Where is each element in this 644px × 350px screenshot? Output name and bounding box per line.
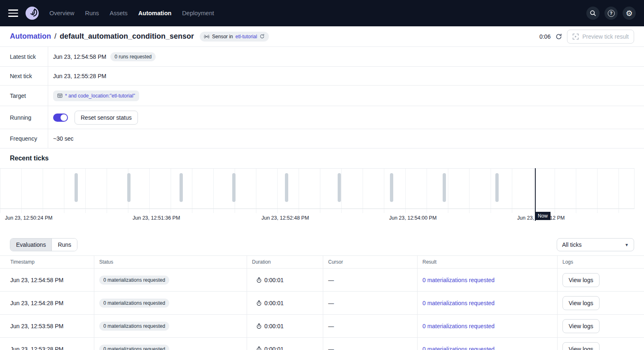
cursor-value: — — [323, 269, 418, 291]
result-link[interactable]: 0 materializations requested — [422, 300, 495, 306]
next-tick-row: Next tick Jun 23, 12:55:28 PM — [0, 66, 644, 85]
latest-tick-row: Latest tick Jun 23, 12:54:58 PM 0 runs r… — [0, 46, 644, 66]
cell-timestamp: Jun 23, 12:54:58 PM — [0, 269, 94, 291]
code-location-link[interactable]: etl-tutorial — [236, 34, 257, 39]
refresh-button[interactable] — [555, 33, 562, 40]
stopwatch-icon — [256, 300, 262, 306]
reset-sensor-status-button[interactable]: Reset sensor status — [75, 111, 138, 125]
cursor-value: — — [323, 292, 418, 314]
tick-filter-select[interactable]: All ticks ▼ — [557, 238, 634, 251]
status-badge: 0 materializations requested — [99, 299, 169, 308]
stopwatch-icon — [256, 323, 262, 329]
latest-tick-runs-badge: 0 runs requested — [110, 52, 156, 61]
search-button[interactable] — [586, 7, 600, 20]
tick-bar[interactable] — [232, 173, 236, 202]
cursor-value: — — [323, 315, 418, 337]
view-logs-button[interactable]: View logs — [562, 319, 600, 333]
tick-bar[interactable] — [75, 173, 78, 202]
col-cursor: Cursor — [323, 256, 418, 268]
status-badge: 0 materializations requested — [99, 322, 169, 331]
view-logs-button[interactable]: View logs — [562, 296, 600, 310]
refresh-countdown: 0:06 — [539, 33, 551, 40]
result-link[interactable]: 0 materializations requested — [422, 323, 495, 329]
frequency-row: Frequency ~30 sec — [0, 129, 644, 148]
next-tick-value: Jun 23, 12:55:28 PM — [53, 73, 106, 79]
view-logs-button[interactable]: View logs — [562, 273, 600, 287]
tab-runs[interactable]: Runs — [51, 239, 77, 251]
col-status: Status — [94, 256, 247, 268]
help-icon: ? — [608, 10, 615, 17]
tick-bar[interactable] — [495, 173, 499, 202]
search-icon — [590, 10, 596, 16]
running-row: Running Reset sensor status — [0, 106, 644, 129]
recent-ticks-header: Recent ticks — [0, 148, 644, 168]
result-link[interactable]: 0 materializations requested — [422, 346, 495, 350]
status-badge: 0 materializations requested — [99, 345, 169, 350]
axis-label: Jun 23, 12:50:24 PM — [5, 214, 53, 222]
breadcrumb-separator: / — [54, 32, 56, 41]
target-label: Target — [0, 86, 48, 106]
preview-tick-result-button[interactable]: Preview tick result — [567, 30, 634, 44]
result-link[interactable]: 0 materializations requested — [422, 277, 495, 283]
col-result: Result — [418, 256, 558, 268]
axis-label: Jun 23, 12:52:48 PM — [261, 214, 309, 222]
target-selection-text: * and code_location:"etl-tutorial" — [65, 93, 135, 99]
view-logs-button[interactable]: View logs — [562, 342, 600, 350]
page-title: default_automation_condition_sensor — [60, 32, 194, 41]
running-label: Running — [0, 106, 48, 129]
view-segmented-control: Evaluations Runs — [10, 238, 77, 251]
tick-bar[interactable] — [338, 173, 341, 202]
cell-timestamp: Jun 23, 12:53:58 PM — [0, 315, 94, 337]
help-button[interactable]: ? — [604, 7, 618, 20]
page-header: Automation / default_automation_conditio… — [0, 26, 644, 46]
sensor-badge-prefix: Sensor in — [212, 34, 233, 39]
axis-label: Jun 23, 12:54:00 PM — [389, 214, 437, 222]
running-toggle[interactable] — [53, 114, 68, 122]
duration-value: 0:00:01 — [264, 323, 284, 329]
tick-bar[interactable] — [390, 173, 393, 202]
tick-timeline: Now Jun 23, 12:50:24 PMJun 23, 12:51:36 … — [0, 168, 644, 229]
target-selection-badge[interactable]: * and code_location:"etl-tutorial" — [53, 90, 139, 101]
tick-bar[interactable] — [127, 173, 131, 202]
table-row: Jun 23, 12:54:58 PM 0 materializations r… — [0, 269, 644, 292]
table-row: Jun 23, 12:53:58 PM 0 materializations r… — [0, 315, 644, 338]
recent-ticks-title: Recent ticks — [10, 155, 49, 162]
primary-nav: Overview Runs Assets Automation Deployme… — [49, 10, 214, 16]
nav-item-runs[interactable]: Runs — [85, 10, 99, 16]
axis-label: Jun 23, 12:51:36 PM — [133, 214, 180, 222]
tick-bar[interactable] — [443, 173, 446, 202]
evaluations-table: Timestamp Status Duration Cursor Result … — [0, 255, 644, 350]
tick-bar[interactable] — [285, 173, 288, 202]
asset-selection-icon — [57, 93, 63, 98]
breadcrumb: Automation / default_automation_conditio… — [10, 32, 194, 41]
tab-evaluations[interactable]: Evaluations — [10, 239, 51, 251]
cell-timestamp: Jun 23, 12:54:28 PM — [0, 292, 94, 314]
dagster-logo[interactable] — [25, 6, 40, 21]
frequency-label: Frequency — [0, 129, 48, 148]
status-badge: 0 materializations requested — [99, 276, 169, 285]
table-header: Timestamp Status Duration Cursor Result … — [0, 255, 644, 269]
nav-item-overview[interactable]: Overview — [49, 10, 74, 16]
nav-item-deployment[interactable]: Deployment — [182, 10, 214, 16]
stopwatch-icon — [256, 277, 262, 283]
tick-grid — [0, 168, 635, 209]
table-row: Jun 23, 12:53:28 PM 0 materializations r… — [0, 338, 644, 350]
latest-tick-value: Jun 23, 12:54:58 PM — [53, 53, 106, 60]
preview-tick-label: Preview tick result — [582, 33, 629, 40]
duration-value: 0:00:01 — [264, 277, 284, 283]
refresh-icon — [555, 33, 562, 40]
duration-value: 0:00:01 — [264, 346, 284, 350]
toggle-knob — [61, 114, 67, 121]
nav-item-automation[interactable]: Automation — [138, 10, 172, 16]
breadcrumb-automation-link[interactable]: Automation — [10, 32, 51, 41]
cell-timestamp: Jun 23, 12:53:28 PM — [0, 338, 94, 350]
settings-button[interactable]: ⚙ — [623, 7, 636, 20]
nav-item-assets[interactable]: Assets — [110, 10, 128, 16]
chevron-down-icon: ▼ — [625, 243, 629, 247]
reload-location-icon[interactable] — [259, 34, 265, 39]
menu-icon[interactable] — [8, 9, 18, 17]
target-row: Target * and code_location:"etl-tutorial… — [0, 85, 644, 106]
next-tick-label: Next tick — [0, 67, 48, 85]
tick-bar[interactable] — [180, 173, 183, 202]
cursor-value: — — [323, 338, 418, 350]
